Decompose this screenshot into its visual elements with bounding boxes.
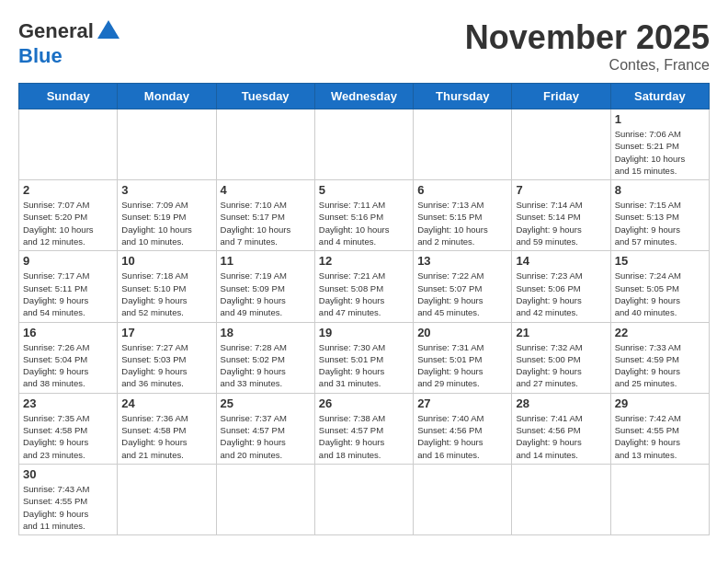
calendar-cell [314,464,413,534]
date-number: 17 [121,326,211,339]
cell-info: Sunrise: 7:28 AM Sunset: 5:02 PM Dayligh… [221,341,311,390]
cell-info: Sunrise: 7:07 AM Sunset: 5:20 PM Dayligh… [23,199,113,247]
calendar-cell [512,109,610,180]
calendar-cell: 30Sunrise: 7:43 AM Sunset: 4:55 PM Dayli… [19,464,118,534]
date-number: 4 [221,183,311,197]
svg-marker-0 [97,20,119,39]
calendar-cell: 2Sunrise: 7:07 AM Sunset: 5:20 PM Daylig… [19,180,118,251]
cell-info: Sunrise: 7:38 AM Sunset: 4:57 PM Dayligh… [319,412,409,461]
cell-info: Sunrise: 7:19 AM Sunset: 5:09 PM Dayligh… [221,270,311,318]
calendar-week-1: 1Sunrise: 7:06 AM Sunset: 5:21 PM Daylig… [19,109,710,180]
date-number: 14 [516,254,606,268]
cell-info: Sunrise: 7:21 AM Sunset: 5:08 PM Dayligh… [319,270,409,318]
date-number: 22 [615,326,705,339]
weekday-header-saturday: Saturday [610,84,709,109]
date-number: 1 [615,112,705,126]
date-number: 18 [221,326,311,339]
calendar-week-3: 9Sunrise: 7:17 AM Sunset: 5:11 PM Daylig… [19,251,710,322]
calendar-cell: 29Sunrise: 7:42 AM Sunset: 4:55 PM Dayli… [610,393,709,464]
cell-info: Sunrise: 7:15 AM Sunset: 5:13 PM Dayligh… [615,199,705,247]
cell-info: Sunrise: 7:33 AM Sunset: 4:59 PM Dayligh… [615,341,705,390]
date-number: 2 [23,183,113,197]
calendar-cell: 10Sunrise: 7:18 AM Sunset: 5:10 PM Dayli… [118,251,216,322]
date-number: 19 [319,326,409,339]
logo-blue-label: Blue [18,44,63,68]
date-number: 27 [417,396,507,410]
calendar-cell [118,464,216,534]
date-number: 15 [615,254,705,268]
weekday-header-tuesday: Tuesday [216,84,314,109]
logo-general-text: General [18,19,94,43]
date-number: 6 [417,183,507,197]
calendar-cell: 1Sunrise: 7:06 AM Sunset: 5:21 PM Daylig… [610,109,709,180]
date-number: 5 [319,183,409,197]
cell-info: Sunrise: 7:30 AM Sunset: 5:01 PM Dayligh… [319,341,409,390]
calendar-cell: 25Sunrise: 7:37 AM Sunset: 4:57 PM Dayli… [216,393,314,464]
calendar-cell: 22Sunrise: 7:33 AM Sunset: 4:59 PM Dayli… [610,322,709,393]
title-block: November 2025 Contes, France [465,18,710,74]
cell-info: Sunrise: 7:37 AM Sunset: 4:57 PM Dayligh… [221,412,311,461]
date-number: 12 [319,254,409,268]
weekday-header-monday: Monday [118,84,216,109]
calendar-week-2: 2Sunrise: 7:07 AM Sunset: 5:20 PM Daylig… [19,180,710,251]
date-number: 29 [615,396,705,410]
date-number: 21 [516,326,606,339]
calendar-cell [610,464,709,534]
month-title: November 2025 [465,18,710,57]
date-number: 8 [615,183,705,197]
logo-icon: General [18,18,121,44]
date-number: 23 [23,396,113,410]
calendar-cell: 27Sunrise: 7:40 AM Sunset: 4:56 PM Dayli… [414,393,512,464]
calendar-cell: 19Sunrise: 7:30 AM Sunset: 5:01 PM Dayli… [314,322,413,393]
weekday-header-row: SundayMondayTuesdayWednesdayThursdayFrid… [19,84,710,109]
calendar-cell [414,109,512,180]
cell-info: Sunrise: 7:18 AM Sunset: 5:10 PM Dayligh… [121,270,211,318]
calendar-cell [19,109,118,180]
date-number: 3 [121,183,211,197]
date-number: 30 [23,467,113,481]
logo-triangle-icon [96,18,121,44]
calendar-cell: 15Sunrise: 7:24 AM Sunset: 5:05 PM Dayli… [610,251,709,322]
header: General Blue November 2025 Contes, Franc… [18,18,710,74]
cell-info: Sunrise: 7:24 AM Sunset: 5:05 PM Dayligh… [615,270,705,318]
cell-info: Sunrise: 7:27 AM Sunset: 5:03 PM Dayligh… [121,341,211,390]
calendar-cell [414,464,512,534]
calendar-cell: 18Sunrise: 7:28 AM Sunset: 5:02 PM Dayli… [216,322,314,393]
date-number: 24 [121,396,211,410]
calendar-cell [216,464,314,534]
cell-info: Sunrise: 7:11 AM Sunset: 5:16 PM Dayligh… [319,199,409,247]
calendar-cell: 12Sunrise: 7:21 AM Sunset: 5:08 PM Dayli… [314,251,413,322]
date-number: 26 [319,396,409,410]
calendar-cell: 17Sunrise: 7:27 AM Sunset: 5:03 PM Dayli… [118,322,216,393]
calendar-cell: 9Sunrise: 7:17 AM Sunset: 5:11 PM Daylig… [19,251,118,322]
cell-info: Sunrise: 7:43 AM Sunset: 4:55 PM Dayligh… [23,483,113,532]
cell-info: Sunrise: 7:14 AM Sunset: 5:14 PM Dayligh… [516,199,606,247]
calendar-cell: 21Sunrise: 7:32 AM Sunset: 5:00 PM Dayli… [512,322,610,393]
calendar-cell: 28Sunrise: 7:41 AM Sunset: 4:56 PM Dayli… [512,393,610,464]
calendar-cell: 23Sunrise: 7:35 AM Sunset: 4:58 PM Dayli… [19,393,118,464]
calendar-cell: 3Sunrise: 7:09 AM Sunset: 5:19 PM Daylig… [118,180,216,251]
calendar-cell: 6Sunrise: 7:13 AM Sunset: 5:15 PM Daylig… [414,180,512,251]
date-number: 16 [23,326,113,339]
calendar-week-6: 30Sunrise: 7:43 AM Sunset: 4:55 PM Dayli… [19,464,710,534]
date-number: 11 [221,254,311,268]
cell-info: Sunrise: 7:09 AM Sunset: 5:19 PM Dayligh… [121,199,211,247]
calendar-cell: 11Sunrise: 7:19 AM Sunset: 5:09 PM Dayli… [216,251,314,322]
calendar-week-4: 16Sunrise: 7:26 AM Sunset: 5:04 PM Dayli… [19,322,710,393]
calendar-table: SundayMondayTuesdayWednesdayThursdayFrid… [18,83,710,535]
calendar-cell: 14Sunrise: 7:23 AM Sunset: 5:06 PM Dayli… [512,251,610,322]
date-number: 28 [516,396,606,410]
date-number: 25 [221,396,311,410]
cell-info: Sunrise: 7:36 AM Sunset: 4:58 PM Dayligh… [121,412,211,461]
cell-info: Sunrise: 7:31 AM Sunset: 5:01 PM Dayligh… [417,341,507,390]
cell-info: Sunrise: 7:40 AM Sunset: 4:56 PM Dayligh… [417,412,507,461]
date-number: 20 [417,326,507,339]
calendar-cell: 8Sunrise: 7:15 AM Sunset: 5:13 PM Daylig… [610,180,709,251]
calendar-cell: 16Sunrise: 7:26 AM Sunset: 5:04 PM Dayli… [19,322,118,393]
calendar-cell [314,109,413,180]
cell-info: Sunrise: 7:41 AM Sunset: 4:56 PM Dayligh… [516,412,606,461]
calendar-cell: 5Sunrise: 7:11 AM Sunset: 5:16 PM Daylig… [314,180,413,251]
calendar-week-5: 23Sunrise: 7:35 AM Sunset: 4:58 PM Dayli… [19,393,710,464]
calendar-cell [118,109,216,180]
weekday-header-sunday: Sunday [19,84,118,109]
